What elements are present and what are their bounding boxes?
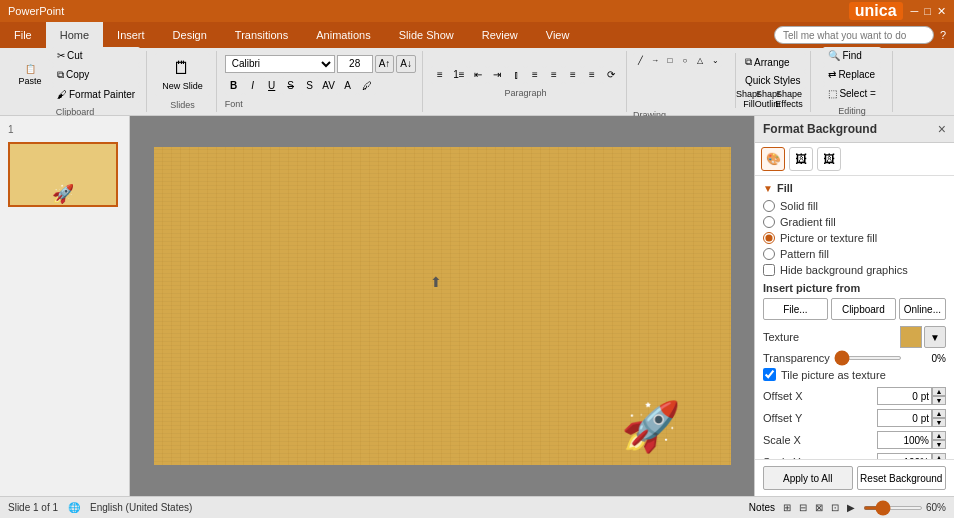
tab-insert[interactable]: Insert xyxy=(103,22,159,48)
solid-fill-option[interactable]: Solid fill xyxy=(763,200,946,212)
strikethrough-button[interactable]: S xyxy=(282,77,300,95)
columns-button[interactable]: ⫿ xyxy=(507,66,525,84)
tab-animations[interactable]: Animations xyxy=(302,22,384,48)
scale-x-up[interactable]: ▲ xyxy=(932,431,946,440)
reset-background-button[interactable]: Reset Background xyxy=(857,466,947,490)
minimize-icon[interactable]: ─ xyxy=(911,5,919,18)
texture-dropdown-button[interactable]: ▼ xyxy=(924,326,946,348)
align-left-button[interactable]: ≡ xyxy=(526,66,544,84)
tab-file[interactable]: File xyxy=(0,22,46,48)
font-color-button[interactable]: A xyxy=(339,77,357,95)
font-size-increase[interactable]: A↑ xyxy=(375,55,395,73)
view-reading-icon[interactable]: ⊡ xyxy=(831,502,839,513)
slide-thumbnail[interactable]: 🚀 xyxy=(8,142,118,207)
texture-label: Texture xyxy=(763,331,799,343)
cut-button[interactable]: ✂ Cut xyxy=(52,47,140,64)
shape-triangle[interactable]: △ xyxy=(693,53,707,67)
fill-expand-icon[interactable]: ▼ xyxy=(763,183,773,194)
convert-smartart-button[interactable]: ⟳ xyxy=(602,66,620,84)
char-spacing-button[interactable]: AV xyxy=(320,77,338,95)
offset-y-input[interactable] xyxy=(877,409,932,427)
tab-transitions[interactable]: Transitions xyxy=(221,22,302,48)
scale-x-input[interactable] xyxy=(877,431,932,449)
copy-button[interactable]: ⧉ Copy xyxy=(52,66,140,84)
view-slide-sorter-icon[interactable]: ⊠ xyxy=(815,502,823,513)
italic-button[interactable]: I xyxy=(244,77,262,95)
offset-x-down[interactable]: ▼ xyxy=(932,396,946,405)
canvas-area[interactable]: ⬆ 🚀 xyxy=(130,116,754,496)
decrease-indent-button[interactable]: ⇤ xyxy=(469,66,487,84)
increase-indent-button[interactable]: ⇥ xyxy=(488,66,506,84)
replace-icon: ⇄ xyxy=(828,69,836,80)
underline-button[interactable]: U xyxy=(263,77,281,95)
file-button[interactable]: File... xyxy=(763,298,828,320)
offset-x-input[interactable] xyxy=(877,387,932,405)
replace-button[interactable]: ⇄ Replace xyxy=(823,66,880,83)
pattern-fill-option[interactable]: Pattern fill xyxy=(763,248,946,260)
gradient-fill-radio[interactable] xyxy=(763,216,775,228)
font-size-decrease[interactable]: A↓ xyxy=(396,55,416,73)
panel-tab-image[interactable]: 🖼 xyxy=(817,147,841,171)
view-outline-icon[interactable]: ⊟ xyxy=(799,502,807,513)
view-slideshow-icon[interactable]: ▶ xyxy=(847,502,855,513)
bold-button[interactable]: B xyxy=(225,77,243,95)
paste-button[interactable]: 📋 Paste xyxy=(10,59,50,91)
shape-effects-button[interactable]: Shape Effects xyxy=(780,90,798,108)
new-slide-button[interactable]: 🗒 New Slide xyxy=(155,53,210,96)
find-button[interactable]: 🔍 Find xyxy=(823,47,880,64)
scale-x-down[interactable]: ▼ xyxy=(932,440,946,449)
tab-review[interactable]: Review xyxy=(468,22,532,48)
bullets-button[interactable]: ≡ xyxy=(431,66,449,84)
align-right-button[interactable]: ≡ xyxy=(564,66,582,84)
tab-slideshow[interactable]: Slide Show xyxy=(385,22,468,48)
help-icon[interactable]: ? xyxy=(940,29,946,41)
picture-texture-fill-radio[interactable] xyxy=(763,232,775,244)
slide-canvas[interactable]: ⬆ 🚀 xyxy=(154,147,731,465)
shape-oval[interactable]: ○ xyxy=(678,53,692,67)
numbering-button[interactable]: 1≡ xyxy=(450,66,468,84)
pattern-fill-radio[interactable] xyxy=(763,248,775,260)
zoom-slider[interactable] xyxy=(863,506,923,510)
quick-styles-button[interactable]: Quick Styles xyxy=(740,72,806,89)
view-normal-icon[interactable]: ⊞ xyxy=(783,502,791,513)
hide-bg-graphics-option[interactable]: Hide background graphics xyxy=(763,264,946,276)
shape-rect[interactable]: □ xyxy=(663,53,677,67)
arrange-icon: ⧉ xyxy=(745,56,752,68)
offset-y-up[interactable]: ▲ xyxy=(932,409,946,418)
offset-y-down[interactable]: ▼ xyxy=(932,418,946,427)
panel-tabs: 🎨 🖼 🖼 xyxy=(755,143,954,176)
search-input[interactable] xyxy=(774,26,934,44)
panel-tab-paint[interactable]: 🎨 xyxy=(761,147,785,171)
panel-tab-picture[interactable]: 🖼 xyxy=(789,147,813,171)
panel-close-button[interactable]: × xyxy=(938,121,946,137)
arrange-button[interactable]: ⧉ Arrange xyxy=(740,53,806,71)
format-painter-button[interactable]: 🖌 Format Painter xyxy=(52,86,140,103)
align-center-button[interactable]: ≡ xyxy=(545,66,563,84)
select-button[interactable]: ⬚ Select = xyxy=(823,85,880,102)
maximize-icon[interactable]: □ xyxy=(924,5,931,18)
gradient-fill-option[interactable]: Gradient fill xyxy=(763,216,946,228)
tab-view[interactable]: View xyxy=(532,22,584,48)
transparency-slider[interactable] xyxy=(834,356,902,360)
picture-texture-fill-option[interactable]: Picture or texture fill xyxy=(763,232,946,244)
apply-to-all-button[interactable]: Apply to All xyxy=(763,466,853,490)
shape-line[interactable]: ╱ xyxy=(633,53,647,67)
solid-fill-radio[interactable] xyxy=(763,200,775,212)
close-icon[interactable]: ✕ xyxy=(937,5,946,18)
shape-more[interactable]: ⌄ xyxy=(708,53,722,67)
notes-button[interactable]: Notes xyxy=(749,502,775,513)
texture-row: Texture ▼ xyxy=(763,326,946,348)
tab-home[interactable]: Home xyxy=(46,22,103,48)
text-shadow-button[interactable]: S xyxy=(301,77,319,95)
font-size-input[interactable] xyxy=(337,55,373,73)
clipboard-button[interactable]: Clipboard xyxy=(831,298,896,320)
hide-bg-graphics-checkbox[interactable] xyxy=(763,264,775,276)
font-family-select[interactable]: Calibri xyxy=(225,55,335,73)
online-button[interactable]: Online... xyxy=(899,298,946,320)
tile-checkbox[interactable] xyxy=(763,368,776,381)
offset-x-up[interactable]: ▲ xyxy=(932,387,946,396)
font-highlight-button[interactable]: 🖊 xyxy=(358,77,376,95)
tab-design[interactable]: Design xyxy=(159,22,221,48)
justify-button[interactable]: ≡ xyxy=(583,66,601,84)
shape-arrow[interactable]: → xyxy=(648,53,662,67)
